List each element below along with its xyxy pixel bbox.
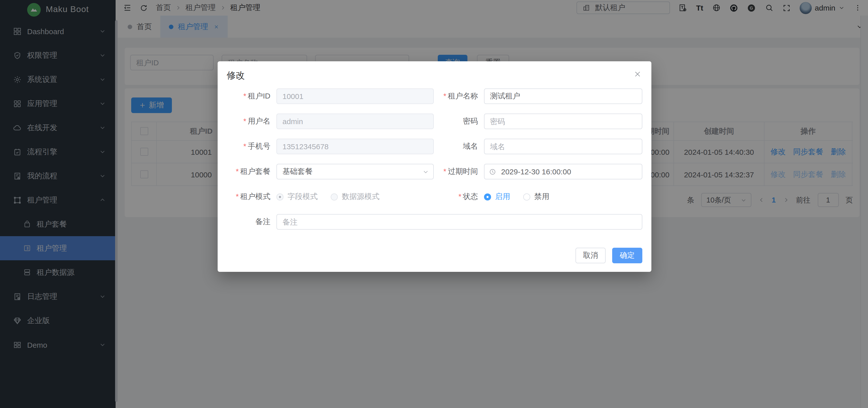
radio-label: 数据源模式 [342,192,379,201]
package-select-value[interactable] [276,164,434,179]
app-root: Maku Boot Dashboard 权限管理 [0,0,868,408]
radio-dot-icon [523,193,530,200]
field-label-tenant-id: *租户ID [227,91,276,101]
radio-label: 禁用 [534,192,549,201]
tenant-mode-radio-group: 字段模式 数据源模式 [276,192,434,201]
field-label-domain: 域名 [434,142,484,151]
radio-dot-icon [276,193,283,200]
remark-input[interactable] [276,214,642,230]
radio-disabled[interactable]: 禁用 [523,192,549,201]
confirm-button-label: 确定 [620,251,635,260]
password-input[interactable] [484,114,642,129]
radio-datasource-mode: 数据源模式 [331,192,379,201]
field-label-remark: 备注 [227,217,276,227]
radio-dot-icon [484,193,491,200]
radio-dot-icon [331,193,338,200]
domain-input[interactable] [484,139,642,154]
field-label-tenant-name: *租户名称 [434,91,484,101]
field-label-mobile: *手机号 [227,142,276,151]
expire-date-input[interactable] [484,164,642,179]
field-label-password: 密码 [434,117,484,126]
status-radio-group: 启用 禁用 [484,192,549,201]
username-input [276,114,434,129]
edit-tenant-dialog: 修改 *租户ID *租户名称 [218,61,651,272]
field-label-status: *状态 [434,192,484,201]
radio-label: 字段模式 [287,192,318,201]
field-label-package: *租户套餐 [227,167,276,176]
radio-label: 启用 [495,192,510,201]
field-label-username: *用户名 [227,117,276,126]
field-label-expire: *过期时间 [434,167,484,176]
cancel-button-label: 取消 [583,251,598,260]
expire-date-picker[interactable] [484,164,642,179]
close-icon[interactable] [634,70,641,78]
dialog-title: 修改 [218,61,651,88]
confirm-button[interactable]: 确定 [612,248,642,263]
radio-field-mode: 字段模式 [276,192,318,201]
package-select[interactable] [276,164,434,179]
cancel-button[interactable]: 取消 [576,248,606,263]
mobile-input [276,139,434,154]
tenant-id-input [276,88,434,104]
radio-enabled[interactable]: 启用 [484,192,510,201]
tenant-name-input[interactable] [484,88,642,104]
field-label-mode: *租户模式 [227,192,276,201]
